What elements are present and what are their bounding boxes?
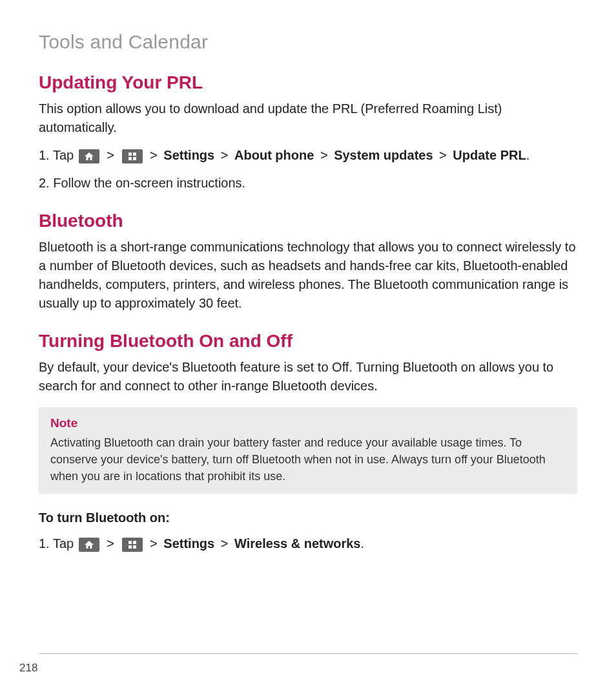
chapter-title: Tools and Calendar: [39, 31, 577, 53]
note-text: Activating Bluetooth can drain your batt…: [50, 434, 566, 485]
path-about-phone: About phone: [234, 148, 314, 162]
separator: >: [150, 148, 161, 162]
svg-rect-7: [133, 545, 136, 549]
page-rule: [39, 653, 577, 654]
separator: >: [107, 536, 118, 551]
path-system-updates: System updates: [334, 148, 433, 162]
svg-rect-0: [128, 152, 132, 156]
step-prefix: 1. Tap: [39, 536, 77, 551]
apps-key-icon: [122, 149, 143, 163]
period: .: [360, 536, 364, 551]
bt-step-1: 1. Tap > > Settings > Wireless & network…: [39, 534, 577, 553]
prl-intro-text: This option allows you to download and u…: [39, 100, 577, 137]
svg-rect-4: [128, 541, 132, 544]
page-number: 218: [19, 662, 37, 675]
path-settings: Settings: [163, 536, 214, 551]
step-prefix: 1. Tap: [39, 148, 77, 162]
prl-step-1: 1. Tap > > Settings > About phone > Syst…: [39, 146, 577, 165]
bluetooth-body-text: Bluetooth is a short-range communication…: [39, 238, 577, 313]
heading-bluetooth-toggle: Turning Bluetooth On and Off: [39, 331, 577, 352]
heading-updating-prl: Updating Your PRL: [39, 72, 577, 93]
separator: >: [221, 148, 232, 162]
home-key-icon: [79, 149, 99, 163]
bluetooth-toggle-body: By default, your device's Bluetooth feat…: [39, 358, 577, 395]
svg-rect-3: [133, 157, 136, 160]
svg-rect-6: [128, 545, 132, 549]
note-label: Note: [50, 416, 566, 430]
apps-key-icon: [122, 538, 143, 552]
separator: >: [150, 536, 161, 551]
svg-rect-1: [133, 152, 136, 156]
path-update-prl: Update PRL: [453, 148, 526, 162]
sub-heading-turn-on: To turn Bluetooth on:: [39, 510, 577, 525]
path-wireless-networks: Wireless & networks: [234, 536, 360, 551]
svg-rect-2: [128, 157, 132, 160]
separator: >: [439, 148, 450, 162]
prl-step-2: 2. Follow the on-screen instructions.: [39, 174, 577, 193]
separator: >: [107, 148, 118, 162]
separator: >: [221, 536, 232, 551]
heading-bluetooth: Bluetooth: [39, 211, 577, 231]
home-key-icon: [79, 538, 99, 552]
svg-rect-5: [133, 541, 136, 544]
period: .: [526, 148, 530, 162]
note-box: Note Activating Bluetooth can drain your…: [39, 407, 577, 494]
separator: >: [320, 148, 331, 162]
path-settings: Settings: [163, 148, 214, 162]
